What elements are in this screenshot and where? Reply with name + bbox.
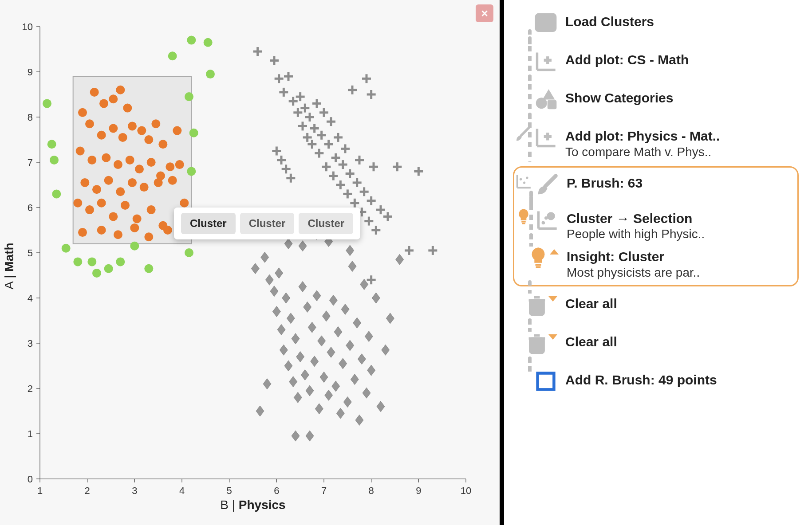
svg-point-47 — [123, 104, 132, 113]
svg-marker-222 — [277, 324, 285, 335]
cluster-chip-2[interactable]: Cluster — [240, 213, 295, 234]
svg-text:2: 2 — [28, 383, 33, 394]
svg-point-49 — [97, 131, 106, 140]
prov-subtitle: People with high Physic.. — [567, 227, 793, 241]
svg-point-66 — [80, 178, 89, 187]
svg-text:10: 10 — [461, 485, 471, 496]
prov-subtitle: Most physicists are par.. — [567, 266, 793, 280]
caret-down-icon — [548, 296, 557, 302]
shapes-icon — [534, 88, 557, 111]
svg-marker-261 — [372, 293, 380, 303]
svg-point-106 — [187, 167, 196, 176]
svg-marker-259 — [365, 331, 373, 342]
svg-point-61 — [126, 156, 134, 165]
svg-point-68 — [104, 176, 113, 185]
svg-text:4: 4 — [179, 485, 185, 496]
svg-text:2: 2 — [85, 485, 90, 496]
cluster-chip-1[interactable]: Cluster — [181, 213, 236, 234]
svg-marker-265 — [396, 254, 404, 265]
svg-point-91 — [173, 126, 181, 135]
svg-marker-267 — [299, 241, 307, 251]
svg-text:8: 8 — [28, 112, 33, 123]
svg-text:5: 5 — [28, 247, 33, 259]
lightbulb-icon — [527, 247, 550, 270]
prov-item-add-rbrush[interactable]: Add R. Brush: 49 points — [513, 367, 799, 403]
trash-icon — [525, 294, 548, 317]
svg-point-100 — [104, 264, 113, 273]
svg-point-63 — [147, 158, 156, 167]
prov-item-brush[interactable]: P. Brush: 63 — [514, 170, 793, 206]
svg-marker-218 — [265, 274, 273, 285]
x-axis-label: B | Physics — [220, 498, 285, 512]
prov-item-clear-1[interactable]: Clear all — [513, 291, 799, 326]
svg-point-82 — [78, 228, 87, 237]
svg-text:8: 8 — [369, 485, 374, 496]
cluster-tooltip: Cluster Cluster Cluster — [174, 208, 360, 239]
prov-title: Load Clusters — [565, 14, 799, 30]
svg-marker-263 — [382, 345, 390, 355]
prov-item-load-clusters[interactable]: Load Clusters — [513, 9, 799, 44]
svg-point-42 — [78, 108, 87, 117]
svg-point-46 — [116, 86, 125, 94]
svg-point-97 — [73, 257, 82, 266]
svg-point-103 — [144, 264, 153, 273]
svg-marker-243 — [327, 347, 335, 357]
svg-point-53 — [137, 126, 146, 135]
svg-point-294 — [550, 215, 552, 217]
scatter-axes-icon — [515, 173, 532, 190]
svg-point-75 — [85, 205, 94, 214]
svg-marker-224 — [282, 293, 290, 303]
svg-point-54 — [144, 135, 153, 144]
svg-marker-232 — [301, 369, 309, 380]
scatter-target-icon — [536, 208, 559, 231]
prov-item-add-plot-cs[interactable]: Add plot: CS - Math — [513, 47, 799, 82]
svg-marker-230 — [296, 352, 304, 362]
svg-marker-256 — [358, 354, 366, 364]
brush-icon — [514, 126, 531, 143]
svg-marker-242 — [325, 390, 333, 400]
svg-rect-309 — [538, 373, 554, 390]
svg-point-102 — [130, 242, 139, 251]
provenance-list: Load Clusters Add plot: CS - Math — [513, 9, 799, 403]
svg-marker-227 — [289, 376, 297, 387]
svg-text:3: 3 — [28, 338, 33, 349]
svg-point-71 — [140, 183, 149, 192]
svg-marker-223 — [280, 345, 288, 355]
svg-text:6: 6 — [274, 485, 279, 496]
svg-marker-275 — [263, 379, 271, 389]
svg-marker-264 — [386, 313, 394, 324]
prov-item-show-categories[interactable]: Show Categories — [513, 85, 799, 121]
svg-point-87 — [163, 226, 172, 235]
rect-brush-icon — [534, 370, 557, 393]
svg-point-70 — [128, 178, 137, 187]
svg-point-44 — [99, 99, 108, 108]
svg-marker-258 — [363, 388, 371, 398]
prov-item-clear-2[interactable]: Clear all — [513, 329, 799, 364]
svg-marker-216 — [251, 263, 259, 274]
svg-point-95 — [52, 189, 61, 198]
svg-point-85 — [130, 223, 139, 232]
svg-point-98 — [87, 257, 96, 266]
svg-text:9: 9 — [28, 67, 33, 78]
prov-item-add-plot-phys[interactable]: Add plot: Physics - Mat.. To compare Mat… — [513, 123, 799, 162]
svg-marker-251 — [346, 340, 354, 351]
svg-point-83 — [97, 226, 106, 235]
svg-marker-233 — [304, 302, 311, 312]
svg-marker-253 — [351, 374, 359, 385]
svg-marker-260 — [367, 365, 375, 376]
svg-text:7: 7 — [321, 485, 327, 496]
brush-icon — [536, 173, 559, 196]
svg-point-57 — [76, 147, 85, 156]
prov-highlight-group: P. Brush: 63 Cluster → Selection — [513, 166, 799, 286]
svg-point-48 — [85, 119, 94, 128]
svg-point-43 — [90, 88, 99, 97]
prov-item-insight[interactable]: Insight: Cluster Most physicists are par… — [514, 244, 793, 282]
svg-text:4: 4 — [28, 293, 33, 304]
svg-marker-254 — [353, 317, 361, 328]
scatter-plot-svg[interactable]: 012345678910 12345678910 A | Math B | Ph… — [0, 0, 500, 525]
svg-marker-241 — [322, 311, 330, 321]
svg-marker-219 — [270, 286, 278, 297]
caret-down-icon — [548, 334, 557, 340]
prov-item-cluster-selection[interactable]: Cluster → Selection People with high Phy… — [514, 206, 793, 244]
cluster-chip-3[interactable]: Cluster — [299, 213, 353, 234]
